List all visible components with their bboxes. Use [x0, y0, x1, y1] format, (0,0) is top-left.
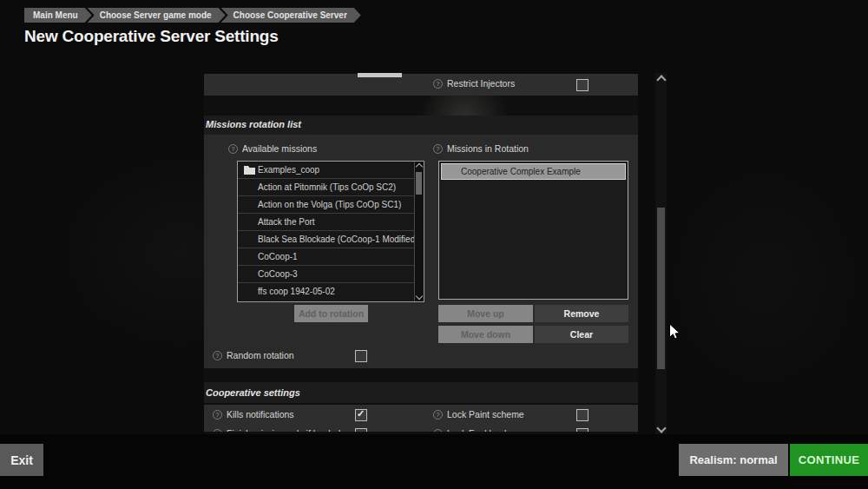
lock-paint-label: Lock Paint scheme: [447, 409, 524, 420]
help-icon[interactable]: [433, 79, 443, 89]
help-icon[interactable]: [213, 351, 222, 360]
clipped-right-label: Lock Fuel load: [447, 428, 506, 432]
clipped-right-setting: Lock Fuel load: [433, 428, 506, 432]
restrict-injectors-setting: Restrict Injectors: [433, 78, 515, 89]
breadcrumb-main-menu[interactable]: Main Menu: [24, 8, 92, 23]
continue-button[interactable]: CONTINUE: [790, 444, 868, 476]
help-icon[interactable]: [433, 429, 443, 433]
scroll-up-icon[interactable]: [656, 75, 666, 84]
list-item[interactable]: Attack the Port: [238, 214, 415, 231]
breadcrumb-coop-server[interactable]: Choose Cooperative Server: [221, 8, 361, 23]
move-up-button[interactable]: Move up: [438, 305, 533, 322]
missions-in-rotation-list: Cooperative Complex Example: [438, 161, 628, 300]
move-down-button[interactable]: Move down: [438, 326, 533, 343]
list-item[interactable]: Action on the Volga (Tips CoOp SC1): [238, 196, 415, 214]
mouse-cursor: [668, 323, 681, 341]
missions-rotation-header: Missions rotation list: [206, 119, 301, 129]
restrict-injectors-row: [204, 74, 638, 96]
help-icon[interactable]: [433, 144, 443, 154]
scrollbar-thumb[interactable]: [657, 208, 665, 369]
remove-button[interactable]: Remove: [535, 305, 628, 322]
scroll-up-icon[interactable]: [416, 163, 423, 170]
scrollbar-thumb[interactable]: [416, 172, 422, 195]
list-item[interactable]: Black Sea Blockade (CoCoop-1 Modified): [238, 231, 415, 248]
available-missions-heading: Available missions: [228, 143, 317, 154]
lock-paint-checkbox[interactable]: [576, 409, 589, 421]
help-icon[interactable]: [213, 429, 222, 433]
add-to-rotation-button[interactable]: Add to rotation: [294, 305, 368, 322]
available-missions-label: Available missions: [242, 143, 317, 154]
rotation-list-item-selected[interactable]: Cooperative Complex Example: [441, 163, 626, 180]
clipped-left-setting: Finish mission only if landed: [213, 428, 340, 432]
clipped-left-checkbox[interactable]: [355, 428, 367, 432]
kills-notifications-checkbox[interactable]: [355, 409, 367, 421]
random-rotation-checkbox[interactable]: [355, 350, 367, 362]
page-scrollbar[interactable]: [655, 73, 667, 435]
list-item[interactable]: Action at Pitomnik (Tips CoOp SC2): [238, 179, 415, 196]
missions-in-rotation-heading: Missions in Rotation: [433, 143, 529, 154]
clipped-control-indicator: [358, 73, 402, 77]
folder-icon: [244, 165, 255, 175]
clipped-left-label: Finish mission only if landed: [227, 428, 340, 432]
background-scene: [660, 156, 868, 400]
restrict-injectors-checkbox[interactable]: [576, 79, 589, 91]
exit-button[interactable]: Exit: [0, 444, 43, 476]
list-item[interactable]: ffs coop 1942-05-02: [238, 283, 415, 301]
help-icon[interactable]: [228, 144, 238, 154]
breadcrumb: Main Menu Choose Server game mode Choose…: [24, 8, 361, 23]
missions-rotation-header-band: Missions rotation list: [204, 116, 638, 135]
clipped-right-checkbox[interactable]: [576, 428, 589, 432]
lock-paint-setting: Lock Paint scheme: [433, 409, 524, 420]
scroll-down-icon[interactable]: [656, 423, 666, 433]
cooperative-settings-header-band: Cooperative settings: [204, 382, 638, 403]
help-icon[interactable]: [213, 410, 222, 420]
clear-button[interactable]: Clear: [535, 326, 628, 343]
breadcrumb-game-mode[interactable]: Choose Server game mode: [88, 8, 226, 23]
list-item-folder[interactable]: Examples_coop: [238, 162, 415, 179]
cooperative-settings-header: Cooperative settings: [206, 387, 300, 398]
realism-button[interactable]: Realism: normal: [679, 444, 788, 476]
scroll-down-icon[interactable]: [416, 293, 423, 300]
missions-in-rotation-label: Missions in Rotation: [447, 143, 529, 154]
restrict-injectors-label: Restrict Injectors: [447, 78, 515, 89]
list-scrollbar[interactable]: [414, 162, 424, 301]
help-icon[interactable]: [433, 410, 443, 420]
list-item[interactable]: CoCoop-3: [238, 266, 415, 283]
kills-notifications-label: Kills notifications: [227, 409, 294, 420]
available-missions-list: Examples_coop Action at Pitomnik (Tips C…: [237, 161, 424, 302]
coop-server-settings-screen: Main Menu Choose Server game mode Choose…: [0, 0, 868, 489]
random-rotation-setting: Random rotation: [213, 350, 294, 360]
list-item[interactable]: CoCoop-1: [238, 248, 415, 266]
page-title: New Cooperative Server Settings: [24, 27, 279, 46]
random-rotation-label: Random rotation: [227, 350, 294, 360]
cooperative-settings-rows: Kills notifications Lock Paint scheme Fi…: [204, 405, 638, 432]
kills-notifications-setting: Kills notifications: [213, 409, 294, 420]
